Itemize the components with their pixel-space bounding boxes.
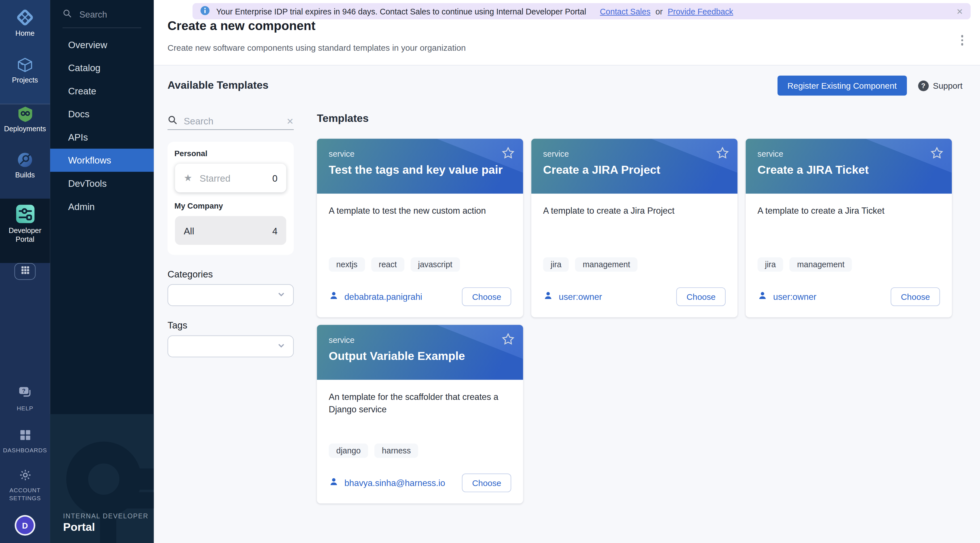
card-body: A template to create a Jira Ticket jira … — [746, 194, 951, 317]
rail-item-label: Projects — [12, 76, 38, 85]
card-header: service Output Variable Example — [317, 325, 523, 380]
card-type: service — [329, 335, 511, 345]
person-icon — [329, 291, 339, 303]
owner-link[interactable]: user:owner — [558, 292, 676, 302]
owner-link[interactable]: bhavya.sinha@harness.io — [344, 478, 462, 488]
card-title: Output Variable Example — [329, 349, 511, 363]
tags-dropdown[interactable] — [168, 335, 294, 357]
support-button[interactable]: ? Support — [918, 80, 963, 90]
card-header: service Create a JIRA Ticket — [746, 138, 951, 194]
filter-panel: ✕ Personal ★ Starred 0 My Company All 4 — [168, 113, 294, 357]
template-card: service Create a JIRA Project A template… — [531, 138, 737, 317]
clear-search-icon[interactable]: ✕ — [286, 116, 294, 126]
rail-item-label: Home — [15, 30, 35, 38]
card-title: Create a JIRA Project — [543, 163, 725, 176]
card-type: service — [543, 149, 725, 159]
star-outline-icon[interactable] — [930, 146, 944, 162]
card-tags: nextjs react javascript — [329, 257, 511, 272]
sidebar-search[interactable] — [62, 6, 142, 22]
star-outline-icon[interactable] — [501, 332, 515, 349]
all-filter-row[interactable]: All 4 — [175, 216, 286, 245]
my-company-label: My Company — [174, 202, 287, 211]
sidebar-search-input[interactable] — [78, 9, 143, 20]
search-icon — [168, 114, 178, 127]
card-body: A template to test the new custom action… — [317, 194, 523, 317]
rail-item-account-settings[interactable]: ACCOUNT SETTINGS — [0, 468, 50, 502]
banner-close-icon[interactable]: ✕ — [956, 6, 963, 16]
rail-item-projects[interactable]: Projects — [0, 56, 50, 85]
sidebar-item-catalog[interactable]: Catalog — [50, 56, 154, 79]
kebab-menu-icon[interactable] — [959, 33, 965, 47]
developer-portal-icon — [15, 204, 35, 224]
rail-item-dashboards[interactable]: DASHBOARDS — [0, 429, 50, 454]
rail-item-deployments[interactable]: Deployments — [0, 105, 50, 133]
page-title: Create a new component — [168, 19, 316, 33]
template-card: service Create a JIRA Ticket A template … — [746, 138, 951, 317]
trial-banner: Your Enterprise IDP trial expires in 946… — [192, 3, 970, 19]
card-footer: bhavya.sinha@harness.io Choose — [329, 473, 511, 492]
rail-item-developer-portal[interactable]: Developer Portal — [0, 204, 50, 244]
module-picker-button[interactable] — [14, 263, 36, 280]
page-subtitle: Create new software components using sta… — [168, 43, 466, 52]
section-heading: Available Templates — [168, 79, 269, 92]
choose-button[interactable]: Choose — [462, 473, 511, 492]
owner-link[interactable]: user:owner — [773, 292, 891, 302]
rail-item-label: ACCOUNT SETTINGS — [6, 487, 45, 502]
choose-button[interactable]: Choose — [676, 287, 725, 306]
template-cards-grid: service Test the tags and key value pair… — [317, 138, 954, 503]
all-count: 4 — [272, 225, 277, 236]
dashboards-icon — [18, 429, 32, 444]
sidebar-item-devtools[interactable]: DevTools — [50, 172, 154, 195]
template-search-input[interactable] — [183, 115, 282, 127]
star-outline-icon[interactable] — [716, 146, 729, 162]
sidebar-item-apis[interactable]: APIs — [50, 125, 154, 149]
sidebar-footer-title: Portal — [63, 521, 95, 533]
choose-button[interactable]: Choose — [462, 287, 511, 306]
card-header: service Test the tags and key value pair — [317, 138, 523, 194]
sidebar-item-docs[interactable]: Docs — [50, 102, 154, 125]
categories-label: Categories — [168, 269, 294, 279]
starred-count: 0 — [272, 173, 277, 183]
search-icon — [62, 8, 72, 21]
ownership-filter-card: Personal ★ Starred 0 My Company All 4 — [168, 142, 294, 255]
card-title: Test the tags and key value pair — [329, 163, 511, 176]
rail-item-label: DASHBOARDS — [3, 447, 47, 454]
available-templates-section: Available Templates Register Existing Co… — [154, 65, 980, 543]
deployments-shield-icon — [16, 105, 33, 122]
toolbar: Available Templates Register Existing Co… — [168, 76, 963, 96]
support-label: Support — [933, 81, 963, 90]
choose-button[interactable]: Choose — [891, 287, 940, 306]
sidebar-item-admin[interactable]: Admin — [50, 195, 154, 218]
chevron-down-icon — [277, 290, 286, 301]
gear-icon — [18, 468, 32, 484]
contact-sales-link[interactable]: Contact Sales — [600, 6, 651, 16]
star-outline-icon[interactable] — [501, 146, 515, 162]
rail-item-builds[interactable]: Builds — [0, 151, 50, 180]
card-description: A template to test the new custom action — [329, 204, 511, 257]
starred-filter-row[interactable]: ★ Starred 0 — [175, 164, 286, 192]
register-existing-component-button[interactable]: Register Existing Component — [778, 76, 907, 96]
cube-icon — [16, 56, 34, 74]
rail-item-label: HELP — [17, 405, 33, 413]
card-footer: debabrata.panigrahi Choose — [329, 287, 511, 306]
sidebar-item-create[interactable]: Create — [50, 79, 154, 103]
rail-item-help[interactable]: ? HELP — [0, 385, 50, 413]
categories-dropdown[interactable] — [168, 284, 294, 306]
tag-chip: react — [371, 257, 404, 272]
user-avatar[interactable]: D — [16, 517, 34, 534]
star-icon: ★ — [184, 172, 192, 184]
template-search[interactable]: ✕ — [168, 113, 294, 130]
rail-item-label: Developer Portal — [7, 227, 43, 244]
tag-chip: jira — [543, 257, 569, 272]
template-card: service Output Variable Example An templ… — [317, 325, 523, 503]
card-description: An template for the scaffolder that crea… — [329, 391, 507, 443]
sidebar-item-workflows[interactable]: Workflows — [50, 149, 154, 172]
apps-grid-icon — [21, 265, 30, 278]
chevron-down-icon — [277, 341, 286, 352]
rail-item-home[interactable]: Home — [0, 8, 50, 38]
provide-feedback-link[interactable]: Provide Feedback — [668, 6, 733, 16]
sidebar-item-overview[interactable]: Overview — [50, 33, 154, 56]
card-type: service — [329, 149, 511, 159]
tag-chip: django — [329, 443, 368, 458]
owner-link[interactable]: debabrata.panigrahi — [344, 292, 462, 302]
